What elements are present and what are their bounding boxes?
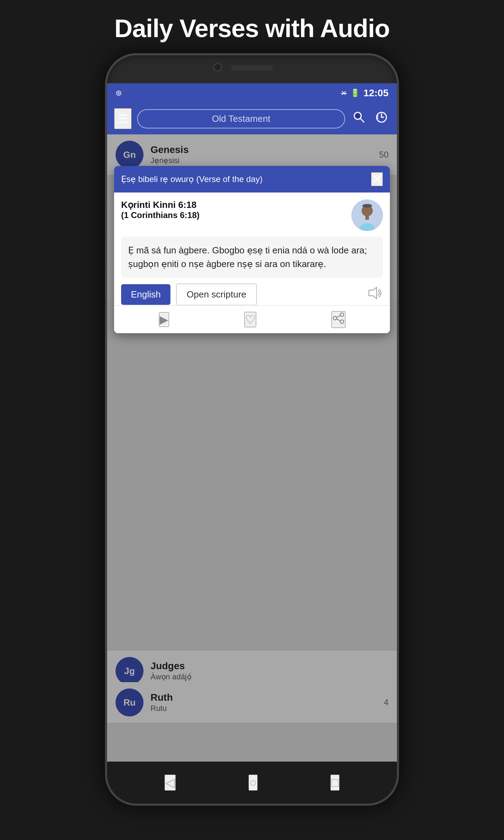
modal-body: Kọrinti Kinni 6:18 (1 Corinthians 6:18) [114, 192, 390, 314]
svg-line-14 [337, 319, 340, 321]
svg-marker-9 [369, 287, 377, 299]
phone-screen: ⊛ ✕ 🔋 12:05 ☰ Old Testament [107, 83, 397, 762]
verse-reference: Kọrinti Kinni 6:18 (1 Corinthians 6:18) [121, 200, 346, 220]
audio-icon[interactable] [368, 287, 383, 302]
svg-point-2 [356, 114, 360, 118]
svg-point-10 [340, 313, 344, 316]
play-button[interactable]: ▶ [159, 312, 169, 327]
modal-close-button[interactable]: ✕ [371, 172, 383, 186]
bottom-player: ▶ ♡ [114, 305, 390, 333]
verse-modal: Ẹsẹ bibeli rẹ owurọ (Verse of the day) ✕… [114, 166, 390, 333]
open-scripture-button[interactable]: Open scripture [176, 284, 257, 306]
verse-header: Kọrinti Kinni 6:18 (1 Corinthians 6:18) [121, 200, 383, 231]
wifi-icon: ⊛ [115, 89, 122, 98]
svg-line-13 [337, 315, 340, 317]
modal-header: Ẹsẹ bibeli rẹ owurọ (Verse of the day) ✕ [114, 166, 390, 192]
back-button[interactable]: ◁ [164, 775, 176, 791]
phone-bottom-bar: ◁ ○ □ [107, 762, 397, 804]
signal-icon: ✕ [341, 89, 347, 97]
history-icon[interactable] [373, 109, 390, 129]
status-left: ⊛ [115, 89, 122, 98]
status-time: 12:05 [363, 88, 388, 99]
svg-line-1 [360, 119, 364, 122]
status-bar: ⊛ ✕ 🔋 12:05 [107, 83, 397, 103]
verse-text-box: Ẹ mã sá fun àgbere. Gbogbo ẹsẹ ti enia n… [121, 237, 383, 278]
phone-camera [214, 63, 222, 71]
testament-button[interactable]: Old Testament [137, 109, 345, 128]
verse-ref-yoruba: Kọrinti Kinni 6:18 [121, 200, 346, 210]
english-button[interactable]: English [121, 284, 170, 305]
person-avatar [351, 200, 383, 231]
home-button[interactable]: ○ [248, 775, 258, 791]
page-title: Daily Verses with Audio [93, 0, 411, 53]
svg-rect-8 [365, 216, 369, 220]
verse-ref-english: (1 Corinthians 6:18) [121, 210, 346, 220]
modal-title: Ẹsẹ bibeli rẹ owurọ (Verse of the day) [121, 174, 371, 184]
search-icon[interactable] [351, 109, 368, 129]
battery-icon: 🔋 [350, 89, 360, 98]
recent-button[interactable]: □ [330, 775, 340, 791]
app-toolbar: ☰ Old Testament [107, 103, 397, 134]
svg-point-11 [333, 316, 337, 320]
modal-actions: English Open scripture [121, 284, 383, 307]
phone-wrapper: ⊛ ✕ 🔋 12:05 ☰ Old Testament [105, 53, 399, 806]
book-list: Gn Genesis Jẹnẹsisi 50 0 7 [107, 134, 397, 762]
svg-rect-7 [364, 204, 370, 208]
verse-text: Ẹ mã sá fun àgbere. Gbogbo ẹsẹ ti enia n… [128, 244, 376, 271]
status-right: ✕ 🔋 12:05 [341, 88, 388, 99]
hamburger-button[interactable]: ☰ [114, 108, 132, 129]
share-button[interactable] [331, 311, 345, 328]
heart-button[interactable]: ♡ [244, 312, 256, 327]
svg-point-12 [340, 320, 344, 323]
phone-speaker [231, 65, 273, 71]
